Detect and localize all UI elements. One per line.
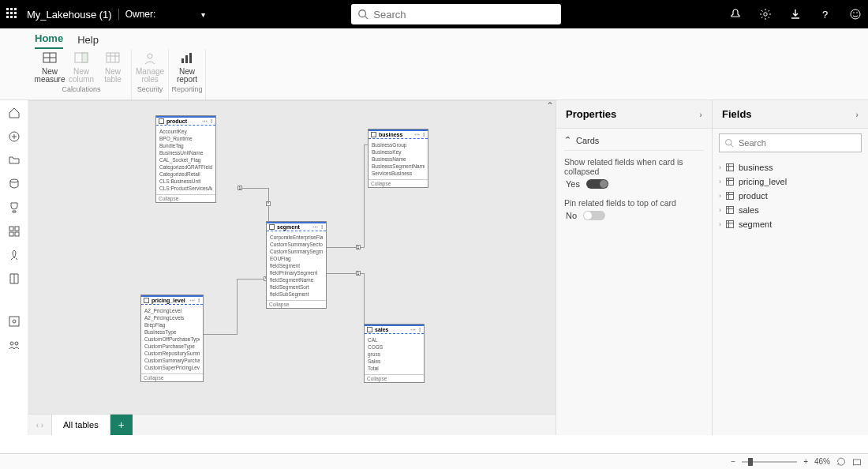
table-field[interactable]: gross	[368, 351, 421, 358]
table-field[interactable]: BusinessSegmentName	[372, 163, 425, 170]
rocket-icon[interactable]	[8, 249, 21, 261]
global-search[interactable]	[351, 4, 561, 24]
smile-icon[interactable]	[849, 8, 862, 21]
table-field[interactable]: CategorizedGRAFField	[159, 163, 212, 171]
table-field[interactable]: BrepFlag	[144, 321, 200, 328]
table-field[interactable]: BusinessName	[372, 156, 425, 163]
table-card-segment[interactable]: segment⋯ ⁞ CorporateEnterpriseFlagCustom…	[266, 221, 327, 309]
table-field[interactable]: CustomSummarySegment	[270, 248, 323, 255]
full-screen-icon[interactable]	[852, 457, 862, 467]
table-field[interactable]: BusinessKey	[372, 148, 425, 156]
table-field[interactable]: CustomSummarySector	[270, 241, 323, 248]
table-field[interactable]: CategorizedRetail	[159, 171, 212, 178]
table-card-pricing-level[interactable]: pricing_level⋯ ⁞ A2_PricingLevelA2_Prici…	[140, 295, 204, 382]
new-report-button[interactable]: New report	[171, 49, 203, 84]
table-field[interactable]: CustomOffPurchaseType	[144, 336, 200, 343]
table-field[interactable]: fieldPrimarySegment	[270, 269, 323, 276]
table-card-business[interactable]: business⋯ ⁞ BusinessGroupBusinessKeyBusi…	[368, 129, 428, 188]
more-icon[interactable]: ⋯ ⁞	[189, 298, 200, 304]
table-field[interactable]: CustomSuperPricingLevel	[144, 364, 200, 371]
more-icon[interactable]: ⋯ ⁞	[410, 327, 421, 333]
folder-icon[interactable]	[8, 154, 21, 167]
table-field[interactable]: CAL_Socket_Flag	[159, 156, 212, 163]
table-field[interactable]: CAL	[368, 336, 421, 343]
field-table-product[interactable]: ›product	[717, 189, 863, 203]
toggle-pin-related[interactable]: No	[566, 211, 704, 220]
add-diagram-button[interactable]: +	[110, 415, 133, 435]
new-measure-button[interactable]: New measure	[34, 49, 65, 84]
table-field[interactable]: BusinessGroup	[372, 141, 425, 148]
table-field[interactable]: AccountKey	[159, 128, 212, 135]
zoom-out-button[interactable]: −	[731, 457, 735, 466]
field-table-segment[interactable]: ›segment	[717, 217, 863, 231]
workspace-icon[interactable]	[8, 315, 21, 328]
table-field[interactable]: ServicesBusiness	[372, 170, 425, 177]
table-field[interactable]: A2_PricingLevels	[144, 314, 200, 321]
table-field[interactable]: fieldSubSegment	[270, 291, 323, 298]
home-icon[interactable]	[8, 107, 21, 119]
table-field[interactable]: fieldSegmentSort	[270, 283, 323, 291]
table-field[interactable]: Sales	[368, 358, 421, 365]
collapse-link[interactable]: Collapse	[267, 300, 326, 308]
table-field[interactable]: fieldSegment	[270, 262, 323, 269]
table-field[interactable]: CLS:BusinessUnit	[159, 178, 212, 185]
zoom-slider[interactable]	[742, 461, 797, 463]
app-launcher-icon[interactable]	[6, 8, 19, 21]
table-field[interactable]: A2_PricingLevel	[144, 307, 200, 314]
fit-to-screen-icon[interactable]	[836, 457, 846, 467]
table-field[interactable]: fieldSegmentName	[270, 276, 323, 283]
table-field[interactable]: CLS:ProductServicesAndDevices	[159, 185, 212, 192]
collapse-panel-icon[interactable]: ›	[855, 110, 859, 119]
table-card-product[interactable]: product⋯ ⁞ AccountKeyBPO_RuntimeBundleTa…	[155, 115, 216, 203]
tab-prev-icon[interactable]: ‹ ›	[28, 415, 52, 435]
table-field[interactable]: CustomPurchaseType	[144, 343, 200, 350]
tab-help[interactable]: Help	[77, 34, 99, 49]
fields-search[interactable]	[719, 133, 862, 152]
more-icon[interactable]: ⋯ ⁞	[414, 132, 425, 138]
help-icon[interactable]: ?	[819, 8, 832, 21]
collapse-link[interactable]: Collapse	[141, 373, 203, 381]
bell-icon[interactable]	[729, 8, 742, 21]
global-search-input[interactable]	[373, 9, 555, 21]
more-icon[interactable]: ⋯ ⁞	[202, 118, 213, 125]
new-column-button[interactable]: New column	[65, 49, 97, 84]
table-field[interactable]: CustomRepositorySummaryAccType	[144, 350, 200, 357]
diagram-tab-all-tables[interactable]: All tables	[52, 415, 110, 435]
table-field[interactable]: CustomSummaryPurchaseType	[144, 357, 200, 364]
model-canvas[interactable]: ⌃ 1 * * 1 * 1 1 * product⋯ ⁞ AccountKeyB	[28, 100, 556, 414]
table-field[interactable]: BundleTag	[159, 142, 212, 149]
trophy-icon[interactable]	[8, 201, 21, 214]
chevron-down-icon[interactable]: ▾	[201, 10, 205, 19]
fields-search-input[interactable]	[739, 138, 856, 148]
gear-icon[interactable]	[759, 8, 772, 21]
table-field[interactable]: EOUFlag	[270, 255, 323, 262]
table-field[interactable]: Total	[368, 365, 421, 372]
table-card-sales[interactable]: sales⋯ ⁞ CALCOGSgrossSalesTotal Collapse	[364, 324, 425, 383]
collapse-link[interactable]: Collapse	[369, 179, 428, 187]
table-field[interactable]: CorporateEnterpriseFlag	[270, 234, 323, 241]
toggle-show-related[interactable]: Yes	[566, 179, 704, 189]
plus-circle-icon[interactable]	[8, 130, 21, 143]
book-icon[interactable]	[8, 272, 21, 285]
tab-home[interactable]: Home	[35, 32, 63, 49]
new-table-button[interactable]: New table	[97, 49, 129, 84]
field-table-business[interactable]: ›business	[717, 160, 863, 174]
properties-section-cards[interactable]: ⌃Cards	[564, 135, 704, 151]
table-field[interactable]: BusinessType	[144, 328, 200, 336]
download-icon[interactable]	[789, 8, 802, 21]
zoom-in-button[interactable]: +	[803, 457, 808, 466]
apps-icon[interactable]	[8, 225, 21, 238]
collapse-ribbon-icon[interactable]: ⌃	[546, 100, 554, 111]
table-field[interactable]: COGS	[368, 343, 421, 351]
collapse-link[interactable]: Collapse	[365, 374, 424, 382]
people-icon[interactable]	[8, 339, 21, 351]
data-hub-icon[interactable]	[8, 178, 21, 190]
field-table-sales[interactable]: ›sales	[717, 203, 863, 217]
more-icon[interactable]: ⋯ ⁞	[312, 224, 324, 231]
manage-roles-button[interactable]: Manage roles	[134, 49, 166, 84]
table-field[interactable]: BusinessUnitName	[159, 149, 212, 156]
collapse-link[interactable]: Collapse	[156, 194, 215, 202]
table-field[interactable]: BPO_Runtime	[159, 135, 212, 142]
file-title[interactable]: My_Lakehouse (1)	[27, 9, 112, 21]
field-table-pricing_level[interactable]: ›pricing_level	[717, 174, 863, 189]
